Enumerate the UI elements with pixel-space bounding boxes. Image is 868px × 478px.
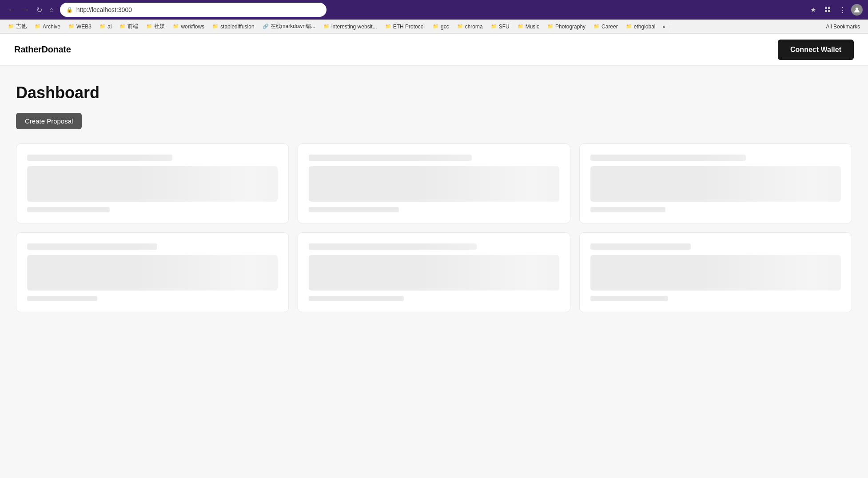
folder-icon: 📁: [173, 24, 179, 29]
bookmark-label: WEB3: [76, 24, 92, 30]
proposal-card[interactable]: [579, 143, 852, 223]
app-header: RatherDonate Connect Wallet: [0, 34, 868, 66]
bookmark-label: workflows: [181, 24, 204, 30]
bookmark-label: Archive: [43, 24, 60, 30]
bookmark-label: Photography: [555, 24, 585, 30]
reload-button[interactable]: ↻: [34, 4, 45, 16]
folder-icon: 📁: [491, 24, 497, 29]
all-bookmarks-button[interactable]: All Bookmarks: [822, 23, 864, 31]
bookmark-label: ETH Protocol: [393, 24, 425, 30]
extensions-button[interactable]: [821, 4, 834, 16]
bookmark-item-photography[interactable]: 📁 Photography: [544, 23, 589, 31]
bookmark-item-archive[interactable]: 📁 Archive: [31, 23, 64, 31]
bookmark-label: 吉他: [16, 23, 27, 30]
bookmark-item-music[interactable]: 📁 Music: [514, 23, 543, 31]
folder-icon: 📁: [35, 24, 41, 29]
bookmark-label: chroma: [465, 24, 483, 30]
bookmark-item-social[interactable]: 📁 社媒: [143, 22, 168, 31]
skeleton-title: [27, 243, 157, 250]
proposal-card[interactable]: [298, 143, 570, 223]
bookmark-label: stablediffusion: [220, 24, 255, 30]
folder-icon: 📁: [626, 24, 632, 29]
bookmarks-more-button[interactable]: »: [660, 23, 669, 31]
skeleton-title: [590, 155, 746, 161]
bookmark-label: 前端: [127, 23, 138, 30]
bookmark-item-frontend[interactable]: 📁 前端: [116, 22, 142, 31]
bookmark-label: 在线markdown编...: [271, 23, 315, 30]
bookmark-item-career[interactable]: 📁 Career: [590, 23, 621, 31]
bookmark-label: Career: [601, 24, 618, 30]
address-bar[interactable]: 🔒 http://localhost:3000: [60, 3, 326, 17]
folder-icon: 📁: [518, 24, 524, 29]
folder-icon: 📁: [68, 24, 75, 29]
star-button[interactable]: ★: [808, 4, 819, 16]
forward-button[interactable]: →: [20, 4, 32, 16]
skeleton-footer: [590, 207, 665, 212]
bookmarks-bar: 📁 吉他 📁 Archive 📁 WEB3 📁 ai 📁 前端 📁 社媒 📁 w…: [0, 20, 868, 34]
proposal-card[interactable]: [298, 232, 570, 312]
proposal-card[interactable]: [579, 232, 852, 312]
profile-avatar[interactable]: [851, 4, 863, 16]
bookmark-item-interesting[interactable]: 📁 interesting websit...: [320, 23, 381, 31]
nav-buttons: ← → ↻ ⌂: [5, 4, 56, 16]
folder-icon: 📁: [100, 24, 106, 29]
bookmark-item-stablediffusion[interactable]: 📁 stablediffusion: [209, 23, 258, 31]
folder-icon: 📁: [119, 24, 126, 29]
folder-icon: 📁: [457, 24, 463, 29]
proposal-card[interactable]: [16, 143, 289, 223]
bookmark-item-web3[interactable]: 📁 WEB3: [65, 23, 95, 31]
skeleton-title: [27, 155, 172, 161]
bookmark-label: ethglobal: [634, 24, 656, 30]
skeleton-body: [590, 255, 841, 291]
bookmark-item-ai[interactable]: 📁 ai: [96, 23, 115, 31]
folder-icon: 📁: [212, 24, 219, 29]
svg-rect-0: [825, 7, 827, 9]
url-text: http://localhost:3000: [76, 6, 320, 13]
bookmark-item-markdown[interactable]: 🔗 在线markdown编...: [259, 22, 319, 31]
skeleton-footer: [309, 296, 404, 301]
skeleton-body: [309, 166, 559, 202]
svg-rect-1: [828, 7, 830, 9]
bookmark-item-gcc[interactable]: 📁 gcc: [429, 23, 453, 31]
skeleton-title: [590, 243, 691, 250]
folder-icon: 📁: [8, 24, 14, 29]
bookmark-label: ai: [108, 24, 111, 30]
bookmark-item-chroma[interactable]: 📁 chroma: [454, 23, 486, 31]
skeleton-footer: [27, 296, 97, 301]
svg-rect-2: [825, 10, 827, 12]
home-button[interactable]: ⌂: [47, 4, 56, 16]
bookmark-item-guitar[interactable]: 📁 吉他: [4, 22, 30, 31]
bookmark-label: Music: [526, 24, 539, 30]
bookmark-label: interesting websit...: [331, 24, 377, 30]
app-container: RatherDonate Connect Wallet Dashboard Cr…: [0, 34, 868, 478]
skeleton-body: [309, 255, 559, 291]
folder-icon: 📁: [323, 24, 330, 29]
skeleton-body: [27, 255, 278, 291]
bookmark-label: SFU: [499, 24, 510, 30]
bookmark-item-sfu[interactable]: 📁 SFU: [487, 23, 513, 31]
app-logo: RatherDonate: [14, 44, 71, 55]
link-icon: 🔗: [263, 24, 269, 29]
bookmark-item-ethglobal[interactable]: 📁 ethglobal: [622, 23, 659, 31]
browser-chrome: ← → ↻ ⌂ 🔒 http://localhost:3000 ★ ⋮ 📁 吉他: [0, 0, 868, 34]
browser-toolbar: ← → ↻ ⌂ 🔒 http://localhost:3000 ★ ⋮: [0, 0, 868, 20]
folder-icon: 📁: [433, 24, 439, 29]
lock-icon: 🔒: [66, 7, 73, 13]
connect-wallet-button[interactable]: Connect Wallet: [778, 40, 854, 60]
create-proposal-button[interactable]: Create Proposal: [16, 113, 82, 129]
folder-icon: 📁: [146, 24, 152, 29]
more-button[interactable]: ⋮: [836, 4, 848, 16]
folder-icon: 📁: [547, 24, 553, 29]
bookmark-label: gcc: [441, 24, 449, 30]
bookmark-item-workflows[interactable]: 📁 workflows: [169, 23, 208, 31]
proposal-card[interactable]: [16, 232, 289, 312]
svg-rect-3: [828, 10, 830, 12]
page-title: Dashboard: [16, 84, 852, 102]
folder-icon: 📁: [593, 24, 600, 29]
browser-actions: ★ ⋮: [808, 4, 863, 16]
skeleton-title: [309, 243, 477, 250]
back-button[interactable]: ←: [5, 4, 18, 16]
skeleton-footer: [27, 207, 110, 212]
bookmark-item-eth-protocol[interactable]: 📁 ETH Protocol: [382, 23, 428, 31]
skeleton-footer: [590, 296, 668, 301]
